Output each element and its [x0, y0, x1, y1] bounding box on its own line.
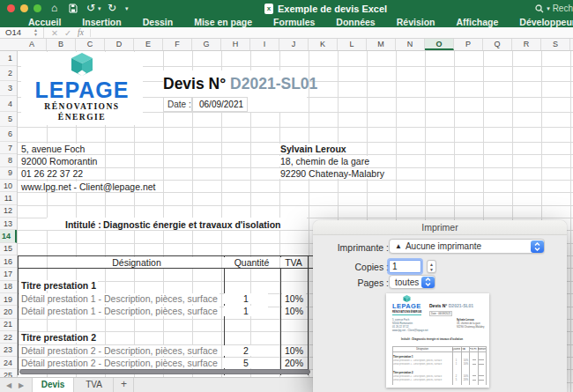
column-header-G[interactable]: G	[192, 39, 221, 50]
table-row-detail: Détail prestation 2 - Description, pièce…	[19, 345, 220, 356]
row-header-12[interactable]: 12	[0, 205, 17, 218]
pages-select[interactable]: toutes	[389, 275, 435, 289]
search-field[interactable]: ▾ Rech	[535, 0, 573, 17]
row-header-1[interactable]: 1	[0, 51, 17, 66]
confirm-entry-icon[interactable]: ✓	[64, 27, 71, 39]
menu-item-développeur[interactable]: Développeur	[519, 17, 573, 27]
column-header-I[interactable]: I	[250, 39, 279, 50]
row-header-15[interactable]: 15	[0, 243, 17, 255]
row-header-16[interactable]: 16	[0, 255, 17, 268]
client-name: Sylvain Leroux	[279, 144, 348, 154]
sheet-tab-devis[interactable]: Devis	[32, 378, 74, 392]
printer-label: Imprimante :	[317, 242, 389, 253]
row-header-11[interactable]: 11	[0, 192, 17, 204]
row-header-20[interactable]: 20	[0, 307, 17, 319]
column-headers: ABCDEFGHIJKLMNOPQRS	[0, 39, 573, 51]
prev-sheet-icon[interactable]: ◀	[6, 381, 11, 389]
undo-dropdown-icon[interactable]: ▾	[98, 4, 101, 12]
menu-item-formules[interactable]: Formules	[273, 17, 315, 27]
table-border	[18, 268, 314, 269]
column-header-F[interactable]: F	[163, 39, 192, 50]
zoom-window-button[interactable]	[33, 4, 41, 12]
table-row-tva: 20%	[282, 358, 306, 368]
table-header-designation: Désignation	[71, 257, 203, 268]
menu-item-mise-en-page[interactable]: Mise en page	[194, 17, 252, 27]
row-header-22[interactable]: 22	[0, 331, 17, 344]
formula-bar: O14 ▲▼ ✕ ✓ fx	[0, 27, 573, 39]
column-header-H[interactable]: H	[221, 39, 250, 50]
row-header-24[interactable]: 24	[0, 357, 17, 369]
row-headers: 1234567891011121314151617181920212223242…	[0, 51, 18, 392]
quote-title-label: Devis N°	[163, 75, 226, 92]
add-sheet-button[interactable]: +	[115, 378, 134, 392]
column-header-S[interactable]: S	[541, 39, 570, 50]
row-header-2[interactable]: 2	[0, 66, 17, 81]
sheet-tab-bar: ◀ ▶ Devis TVA +	[0, 377, 319, 392]
print-preview-page: LEPAGE RÉNOVATIONS ÉNERGIE Devis N° D202…	[386, 293, 489, 388]
save-icon[interactable]	[69, 3, 78, 18]
row-header-19[interactable]: 19	[0, 293, 17, 306]
sheet-tab-tva[interactable]: TVA	[75, 378, 114, 392]
home-icon[interactable]: ⌂	[51, 1, 57, 16]
formula-bar-divider	[90, 29, 91, 37]
toolbar-options-icon[interactable]: ▾	[125, 4, 129, 12]
row-header-7[interactable]: 7	[0, 142, 17, 154]
menu-item-affichage[interactable]: Affichage	[456, 17, 498, 27]
menu-item-dessin[interactable]: Dessin	[143, 17, 173, 27]
search-dropdown-icon[interactable]: ▾	[547, 4, 550, 12]
row-header-9[interactable]: 9	[0, 167, 17, 180]
row-header-18[interactable]: 18	[0, 281, 17, 293]
table-row-qty: 1	[224, 306, 268, 316]
close-window-button[interactable]	[7, 4, 15, 12]
horizontal-scrollbar[interactable]	[19, 369, 310, 374]
subject-label: Intitulé :	[63, 219, 103, 230]
menu-item-révision[interactable]: Révision	[397, 17, 435, 27]
insert-function-icon[interactable]: fx	[78, 27, 84, 39]
column-header-A[interactable]: A	[18, 39, 47, 50]
redo-icon[interactable]: ↻	[108, 1, 116, 16]
column-header-M[interactable]: M	[367, 39, 396, 50]
next-sheet-icon[interactable]: ▶	[19, 381, 24, 389]
row-header-23[interactable]: 23	[0, 344, 17, 357]
row-header-13[interactable]: 13	[0, 218, 17, 230]
column-header-L[interactable]: L	[338, 39, 367, 50]
preview-logo-name: LEPAGE	[392, 302, 421, 310]
preview-date: Date : 06/09/2021	[429, 311, 452, 316]
row-header-21[interactable]: 21	[0, 319, 17, 331]
name-box-stepper[interactable]: ▲▼	[33, 28, 38, 37]
menu-item-insertion[interactable]: Insertion	[82, 17, 121, 27]
column-header-D[interactable]: D	[105, 39, 134, 50]
cancel-entry-icon[interactable]: ✕	[51, 27, 58, 39]
column-header-O[interactable]: O	[425, 39, 454, 50]
menu-item-données[interactable]: Données	[336, 17, 375, 27]
column-header-P[interactable]: P	[454, 39, 483, 50]
client-address-line: 18, chemin de la gare	[279, 156, 371, 166]
column-header-E[interactable]: E	[134, 39, 163, 50]
row-header-5[interactable]: 5	[0, 112, 17, 127]
column-header-N[interactable]: N	[396, 39, 425, 50]
row-header-4[interactable]: 4	[0, 97, 17, 112]
undo-icon[interactable]: ↺	[86, 1, 95, 16]
preview-subject: Intitulé : Diagnostic énergie et travaux…	[401, 337, 463, 341]
column-header-R[interactable]: R	[512, 39, 541, 50]
row-header-14[interactable]: 14	[0, 230, 17, 242]
column-header-C[interactable]: C	[76, 39, 105, 50]
column-header-K[interactable]: K	[309, 39, 338, 50]
row-header-6[interactable]: 6	[0, 127, 17, 142]
column-header-B[interactable]: B	[47, 39, 76, 50]
company-address-line: www.lpg.net - Client@lepage.net	[19, 181, 158, 192]
menu-item-accueil[interactable]: Accueil	[28, 17, 61, 27]
printer-select[interactable]: ▲ Aucune imprimante	[389, 239, 545, 254]
copies-label: Copies :	[317, 262, 389, 272]
column-header-Q[interactable]: Q	[483, 39, 512, 50]
row-header-3[interactable]: 3	[0, 81, 17, 96]
row-header-8[interactable]: 8	[0, 154, 17, 166]
minimize-window-button[interactable]	[20, 4, 28, 12]
copies-stepper[interactable]: ▲ ▼	[427, 260, 436, 273]
row-header-10[interactable]: 10	[0, 180, 17, 192]
row-header-17[interactable]: 17	[0, 268, 17, 280]
search-label: Rech	[553, 4, 573, 13]
stepper-down-icon[interactable]: ▼	[428, 267, 435, 272]
copies-input[interactable]: 1	[389, 260, 421, 273]
column-header-J[interactable]: J	[279, 39, 309, 50]
